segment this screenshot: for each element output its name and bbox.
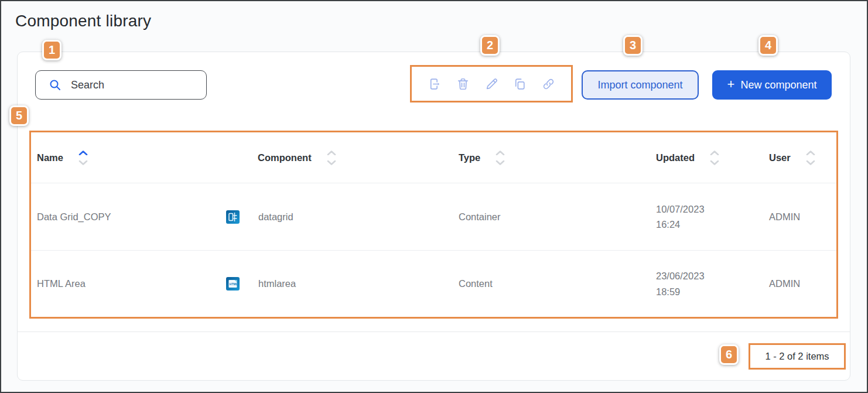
sort-control-updated[interactable]: [710, 151, 719, 165]
sort-control-component[interactable]: [327, 151, 336, 165]
sort-control-type[interactable]: [495, 151, 505, 165]
svg-text:HTML: HTML: [230, 282, 238, 286]
import-component-button[interactable]: Import component: [582, 70, 699, 100]
new-component-label: New component: [740, 79, 816, 91]
plus-icon: +: [727, 77, 735, 92]
delete-icon[interactable]: [456, 76, 471, 91]
cell-user: ADMIN: [769, 278, 836, 289]
app-window: Component library: [0, 0, 868, 393]
cell-component-label: datagrid: [258, 211, 293, 223]
sort-desc-icon: [710, 160, 719, 165]
sort-desc-icon: [327, 160, 336, 165]
footer-divider: [18, 332, 850, 332]
cell-name: Data Grid_COPY: [31, 211, 218, 223]
cell-component-label: htmlarea: [258, 278, 296, 289]
annotation-badge-3: 3: [623, 35, 643, 56]
sort-asc-icon: [495, 151, 505, 155]
sort-asc-icon: [806, 151, 815, 155]
search-box[interactable]: [35, 70, 207, 100]
components-table: Name Component Type: [29, 131, 838, 319]
column-header-component[interactable]: Component: [218, 151, 453, 165]
column-header-updated[interactable]: Updated: [656, 151, 769, 165]
table-row[interactable]: Data Grid_COPY: [31, 183, 836, 250]
copy-icon[interactable]: [512, 76, 528, 91]
sort-control-name[interactable]: [78, 151, 88, 165]
pagination-range-label: 1 - 2 of 2 items: [765, 351, 829, 362]
sort-asc-icon: [710, 151, 719, 155]
search-icon: [49, 78, 61, 91]
search-input[interactable]: [71, 79, 188, 91]
updated-date: 10/07/2023: [656, 201, 769, 217]
cell-type: Container: [453, 211, 656, 223]
column-header-user[interactable]: User: [769, 151, 836, 165]
sort-asc-icon: [327, 151, 336, 155]
new-component-button[interactable]: + New component: [712, 70, 832, 100]
annotation-badge-2: 2: [480, 35, 500, 56]
updated-time: 16:24: [656, 217, 769, 232]
cell-component: HTML htmlarea: [218, 277, 453, 291]
updated-time: 18:59: [656, 284, 769, 299]
link-icon[interactable]: [541, 76, 556, 91]
table-header-row: Name Component Type: [31, 132, 836, 183]
edit-icon[interactable]: [484, 76, 499, 91]
column-header-type[interactable]: Type: [453, 151, 656, 165]
cell-name: HTML Area: [31, 278, 218, 289]
annotation-badge-4: 4: [758, 35, 778, 56]
annotation-badge-1: 1: [42, 40, 61, 60]
page-title: Component library: [15, 12, 151, 30]
sort-desc-icon: [806, 160, 815, 165]
component-library-panel: Import component + New component Name Co…: [17, 52, 850, 381]
sort-asc-icon: [78, 151, 88, 155]
sort-control-user[interactable]: [806, 151, 815, 165]
annotation-badge-5: 5: [9, 105, 29, 126]
cell-updated: 23/06/2023 18:59: [656, 268, 769, 299]
sort-desc-icon: [495, 160, 505, 165]
datagrid-icon: [226, 210, 240, 224]
export-icon[interactable]: [427, 76, 442, 91]
cell-type: Content: [453, 278, 656, 289]
column-header-name[interactable]: Name: [31, 151, 218, 165]
cell-component: datagrid: [218, 210, 453, 224]
htmlarea-icon: HTML: [226, 277, 240, 291]
cell-user: ADMIN: [769, 211, 836, 223]
table-row[interactable]: HTML Area HTML htmlarea: [31, 250, 836, 317]
pagination-range: 1 - 2 of 2 items: [749, 343, 846, 370]
updated-date: 23/06/2023: [656, 268, 769, 283]
cell-updated: 10/07/2023 16:24: [656, 201, 769, 233]
sort-desc-icon: [78, 160, 88, 165]
row-actions-toolbar: [410, 65, 573, 102]
annotation-badge-6: 6: [719, 344, 739, 365]
